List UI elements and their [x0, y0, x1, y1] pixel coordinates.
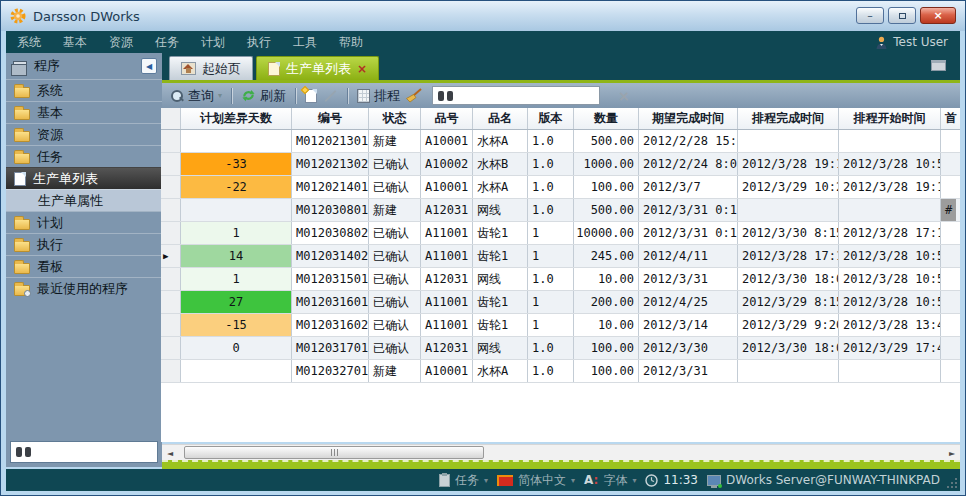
menu-item-6[interactable]: 工具 — [282, 34, 328, 51]
row-selector-cell[interactable] — [161, 360, 181, 382]
menu-item-4[interactable]: 计划 — [190, 34, 236, 51]
restore-button[interactable] — [888, 7, 916, 24]
cell-diff[interactable]: 1 — [181, 222, 292, 244]
cell-no[interactable]: M012031701 — [292, 337, 369, 359]
cell-extra[interactable] — [941, 337, 960, 359]
minimize-button[interactable]: – — [856, 7, 884, 24]
sidebar-item-4[interactable]: 生产单列表 — [6, 167, 162, 189]
cell-sched_start[interactable]: 2012/3/28 10:52 — [839, 245, 941, 267]
cell-expect[interactable]: 2012/4/25 — [639, 291, 738, 313]
row-selector-cell[interactable] — [161, 130, 181, 152]
cell-status[interactable]: 已确认 — [369, 337, 421, 359]
column-header-2[interactable]: 状态 — [369, 108, 421, 129]
cell-expect[interactable]: 2012/3/31 — [639, 360, 738, 382]
cell-extra[interactable] — [941, 314, 960, 336]
row-selector-cell[interactable] — [161, 268, 181, 290]
cell-item[interactable]: A12031 — [421, 337, 473, 359]
table-row[interactable]: -22M012021401已确认A10001水杯A1.0100.002012/3… — [161, 176, 960, 199]
cell-diff[interactable] — [181, 360, 292, 382]
status-font-menu[interactable]: A: 字体 ▾ — [584, 472, 636, 489]
toolbar-search-input[interactable] — [458, 89, 613, 103]
query-button[interactable]: 查询 ▾ — [170, 87, 222, 105]
cell-name[interactable]: 网线 — [473, 337, 528, 359]
cell-expect[interactable]: 2012/4/11 — [639, 245, 738, 267]
cell-item[interactable]: A11001 — [421, 222, 473, 244]
row-selector-cell[interactable]: ▶ — [161, 245, 181, 267]
cell-expect[interactable]: 2012/2/28 15:00 — [639, 130, 738, 152]
table-row[interactable]: M012032701新建A10001水杯A1.0100.002012/3/31 — [161, 360, 960, 383]
column-header-9[interactable]: 排程开始时间 — [839, 108, 941, 129]
resize-grip[interactable] — [947, 478, 957, 488]
cell-status[interactable]: 已确认 — [369, 268, 421, 290]
cell-no[interactable]: M012030802 — [292, 222, 369, 244]
table-row[interactable]: M012030801新建A12031网线1.0500.002012/3/31 0… — [161, 199, 960, 222]
column-header-3[interactable]: 品号 — [421, 108, 473, 129]
table-row[interactable]: 1M012031501已确认A12031网线1.010.002012/3/312… — [161, 268, 960, 291]
cell-name[interactable]: 齿轮1 — [473, 245, 528, 267]
column-header-10[interactable]: 首 — [941, 108, 960, 129]
cell-sched_start[interactable] — [839, 199, 941, 221]
menu-item-7[interactable]: 帮助 — [328, 34, 374, 51]
sidebar-item-9[interactable]: 最近使用的程序 — [6, 277, 162, 299]
sidebar-item-8[interactable]: 看板 — [6, 255, 162, 277]
scroll-right-icon[interactable]: ► — [944, 445, 960, 461]
sidebar-item-5[interactable]: 生产单属性 — [6, 189, 162, 211]
horizontal-scrollbar[interactable]: ◄ ► — [162, 444, 960, 460]
cell-expect[interactable]: 2012/3/30 — [639, 337, 738, 359]
cell-extra[interactable]: # — [941, 199, 960, 221]
cell-extra[interactable] — [941, 222, 960, 244]
cell-name[interactable]: 网线 — [473, 199, 528, 221]
cell-sched_end[interactable]: 2012/3/28 17:13 — [738, 245, 839, 267]
cell-ver[interactable]: 1 — [528, 314, 574, 336]
cell-sched_start[interactable]: 2012/3/29 17:46 — [839, 337, 941, 359]
cell-name[interactable]: 齿轮1 — [473, 291, 528, 313]
cell-sched_start[interactable]: 2012/3/28 10:52 — [839, 268, 941, 290]
cell-status[interactable]: 已确认 — [369, 291, 421, 313]
panel-dock-icon[interactable] — [931, 60, 946, 71]
new-button[interactable] — [305, 89, 317, 103]
clean-button[interactable] — [405, 88, 422, 103]
cell-extra[interactable] — [941, 268, 960, 290]
cell-no[interactable]: M012021401 — [292, 176, 369, 198]
tab-close-icon[interactable]: × — [357, 63, 367, 75]
sidebar-item-3[interactable]: 任务 — [6, 145, 162, 167]
cell-sched_end[interactable]: 2012/3/30 8:15 — [738, 222, 839, 244]
tab-start-page[interactable]: 起始页 — [169, 56, 253, 80]
cell-item[interactable]: A10001 — [421, 176, 473, 198]
cell-sched_end[interactable]: 2012/3/29 10:20 — [738, 176, 839, 198]
cell-status[interactable]: 已确认 — [369, 222, 421, 244]
cell-extra[interactable] — [941, 245, 960, 267]
cell-sched_end[interactable]: 2012/3/30 18:00 — [738, 268, 839, 290]
table-row[interactable]: 1M012030802已确认A11001齿轮1110000.002012/3/3… — [161, 222, 960, 245]
cell-diff[interactable] — [181, 130, 292, 152]
cell-sched_end[interactable]: 2012/3/30 18:00 — [738, 337, 839, 359]
cell-sched_end[interactable] — [738, 360, 839, 382]
cell-sched_start[interactable]: 2012/3/28 13:40 — [839, 314, 941, 336]
menu-item-5[interactable]: 执行 — [236, 34, 282, 51]
cell-expect[interactable]: 2012/2/24 8:00 — [639, 153, 738, 175]
cell-qty[interactable]: 100.00 — [574, 337, 639, 359]
cell-sched_start[interactable]: 2012/3/28 10:52 — [839, 153, 941, 175]
column-header-4[interactable]: 品名 — [473, 108, 528, 129]
row-selector-cell[interactable] — [161, 153, 181, 175]
sidebar-item-6[interactable]: 计划 — [6, 211, 162, 233]
cell-no[interactable]: M012032701 — [292, 360, 369, 382]
cell-expect[interactable]: 2012/3/7 — [639, 176, 738, 198]
cell-expect[interactable]: 2012/3/31 — [639, 268, 738, 290]
menu-item-2[interactable]: 资源 — [98, 34, 144, 51]
row-selector-cell[interactable] — [161, 222, 181, 244]
menu-item-1[interactable]: 基本 — [52, 34, 98, 51]
table-row[interactable]: -33M012021302已确认A10002水杯B1.01000.002012/… — [161, 153, 960, 176]
table-row[interactable]: 0M012031701已确认A12031网线1.0100.002012/3/30… — [161, 337, 960, 360]
row-selector-cell[interactable] — [161, 176, 181, 198]
cell-ver[interactable]: 1 — [528, 222, 574, 244]
cell-qty[interactable]: 1000.00 — [574, 153, 639, 175]
cell-item[interactable]: A10002 — [421, 153, 473, 175]
sidebar-collapse-button[interactable]: ◀ — [141, 58, 157, 74]
cell-diff[interactable]: 0 — [181, 337, 292, 359]
column-header-0[interactable]: 计划差异天数 — [181, 108, 292, 129]
cell-qty[interactable]: 200.00 — [574, 291, 639, 313]
cell-name[interactable]: 齿轮1 — [473, 314, 528, 336]
cell-expect[interactable]: 2012/3/14 — [639, 314, 738, 336]
sidebar-item-1[interactable]: 基本 — [6, 101, 162, 123]
